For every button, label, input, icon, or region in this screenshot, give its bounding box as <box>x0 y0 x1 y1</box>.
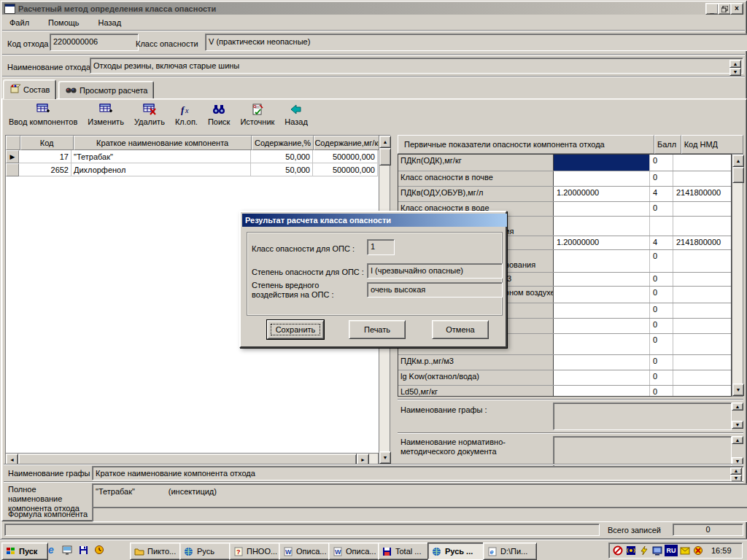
network-pc-icon[interactable] <box>651 545 663 556</box>
taskbar-button-total[interactable]: Total ... <box>378 542 432 560</box>
impact-ops-field[interactable]: очень высокая <box>367 282 503 298</box>
scroll-thumb[interactable] <box>379 148 391 166</box>
indicator-value-cell[interactable] <box>554 334 650 354</box>
delete-button[interactable]: Удалить <box>129 102 170 133</box>
taskbar-button-label: Русь ... <box>445 547 473 556</box>
formula-field[interactable] <box>92 507 747 522</box>
indicator-value-cell[interactable] <box>554 155 650 171</box>
degree-ops-field[interactable]: I (чрезвычайно опасные) <box>367 263 503 279</box>
class-ops-field[interactable]: 1 <box>367 239 395 255</box>
component-row[interactable]: ▶ 17 "Тетрабак" 50,000 500000,000 <box>6 150 379 163</box>
menu-file[interactable]: Файл <box>8 17 31 28</box>
save-button[interactable]: Сохранить <box>267 320 324 339</box>
grafa-right-field[interactable] <box>553 402 732 430</box>
indicator-value-cell[interactable]: 1.20000000 <box>554 236 650 249</box>
percent-header[interactable]: Содержание,% <box>252 136 314 150</box>
indicator-value-cell[interactable] <box>554 171 650 186</box>
menu-help[interactable]: Помощь <box>47 17 81 28</box>
clock-time[interactable]: 16:59 <box>711 546 732 555</box>
taskbar-button-opisa1[interactable]: W Описа... <box>279 542 333 560</box>
alarm-error-icon[interactable] <box>692 545 704 556</box>
full-name-field[interactable]: "Тетрабак" (инсектицид) <box>92 483 747 510</box>
tab-prosmotr[interactable]: Просмотр расчета <box>58 81 154 100</box>
search-button[interactable]: Поиск <box>203 102 235 133</box>
taskbar-button-dpi[interactable]: e D:\Пи... <box>483 542 537 560</box>
language-indicator[interactable]: RU <box>665 545 678 556</box>
formula-label: Формула компонента <box>8 509 88 519</box>
hazard-class-button[interactable]: fx Кл.оп. <box>170 102 203 133</box>
taskbar-button-pikto[interactable]: Пикто... <box>130 542 184 560</box>
envelope-icon[interactable] <box>679 545 691 556</box>
scroll-up-icon[interactable]: ▲ <box>732 155 744 167</box>
scroll-down-icon[interactable]: ▼ <box>732 384 744 396</box>
grafa-bottom-field[interactable]: Краткое наименование компонента отхода ▲… <box>92 466 744 481</box>
add-components-button[interactable]: Ввод компонентов <box>4 102 82 133</box>
indicator-value-cell[interactable] <box>554 273 650 286</box>
component-row[interactable]: 2652 Дихлорфенол 50,000 500000,000 <box>6 163 379 176</box>
waste-name-label: Наименование отхода <box>7 62 90 72</box>
menu-back[interactable]: Назад <box>97 17 123 28</box>
indicator-value-cell[interactable] <box>554 370 650 385</box>
speaker-icon[interactable] <box>625 545 637 556</box>
back-arrow-icon <box>290 104 303 117</box>
taskbar-button-pnoo[interactable]: ? ПНОО... <box>229 542 283 560</box>
indicator-score: 0 <box>650 250 673 272</box>
print-button[interactable]: Печать <box>349 320 406 339</box>
edit-button[interactable]: Изменить <box>82 102 129 133</box>
indicator-value-cell[interactable] <box>554 287 650 303</box>
indicator-value-cell[interactable] <box>554 250 650 272</box>
indicator-value-cell[interactable] <box>554 217 650 236</box>
close-icon[interactable]: × <box>730 3 743 15</box>
taskbar-button-rus-active[interactable]: Русь ... <box>427 542 487 560</box>
tab-sostav[interactable]: Состав <box>3 79 56 99</box>
clock-icon[interactable] <box>93 544 105 556</box>
components-tab-icon <box>9 84 20 96</box>
floppy-save-icon[interactable] <box>77 544 89 556</box>
waste-code-field[interactable]: 2200000006 <box>50 34 139 51</box>
ie-doc-icon: e <box>487 546 498 556</box>
indicator-value-cell[interactable]: 1.20000000 <box>554 187 650 201</box>
indicator-value-cell[interactable] <box>554 202 650 216</box>
source-button[interactable]: G Источник <box>235 102 279 133</box>
indicator-value-cell[interactable] <box>554 386 650 397</box>
waste-name-field[interactable]: Отходы резины, включая старые шины ▲ ▼ <box>90 58 743 74</box>
ie-icon[interactable]: e <box>45 544 57 556</box>
hazard-class-field[interactable]: V (практически неопасные) <box>205 34 747 51</box>
minimize-button[interactable]: _ <box>705 3 719 15</box>
dialog-titlebar[interactable]: Результат расчета класса опасности <box>242 214 507 227</box>
nmd-doc-field[interactable] <box>553 436 732 467</box>
start-button[interactable]: Пуск <box>1 542 48 560</box>
scroll-up-icon[interactable]: ▲ <box>379 136 391 148</box>
mgkg-header[interactable]: Содержание,мг/кг <box>314 136 379 150</box>
components-hscrollbar[interactable]: ◄ ► <box>5 453 379 464</box>
indicator-row: ПДКм.р.,мг/м3 0 <box>398 355 731 370</box>
taskbar-button-label: ПНОО... <box>247 547 277 556</box>
name-header[interactable]: Краткое наименование компонента <box>74 136 252 150</box>
scroll-thumb[interactable] <box>732 167 744 183</box>
window-titlebar[interactable]: Расчетный метод определения класса опасн… <box>2 2 745 15</box>
desktop-icon[interactable] <box>61 544 73 556</box>
indicator-value-cell[interactable] <box>554 319 650 333</box>
scroll-down-icon[interactable]: ▼ <box>379 451 391 464</box>
cancel-button[interactable]: Отмена <box>432 320 489 339</box>
toolbar: Ввод компонентов Изменить Удалить fx Кл.… <box>4 102 313 133</box>
spin-down-icon[interactable]: ▼ <box>729 68 741 76</box>
indicator-value-cell[interactable] <box>554 355 650 370</box>
no-entry-icon[interactable] <box>612 545 624 556</box>
code-header[interactable]: Код <box>20 136 74 150</box>
back-button[interactable]: Назад <box>279 102 313 133</box>
spin-down-icon[interactable]: ▼ <box>732 421 743 429</box>
lightning-icon[interactable] <box>638 545 650 556</box>
spin-up-icon[interactable]: ▲ <box>730 467 742 475</box>
indicator-score: 0 <box>650 202 673 216</box>
restore-button[interactable] <box>718 3 731 15</box>
taskbar-button-opisa2[interactable]: W Описа... <box>328 542 382 560</box>
indicators-vscrollbar[interactable]: ▲ ▼ <box>732 154 743 397</box>
indicator-value-cell[interactable] <box>554 303 650 318</box>
spin-up-icon[interactable]: ▲ <box>732 436 743 444</box>
taskbar-button-rus[interactable]: Русь <box>179 542 233 560</box>
spin-up-icon[interactable]: ▲ <box>732 402 743 411</box>
indicator-nmd <box>673 155 731 171</box>
tab-sostav-label: Состав <box>23 85 50 94</box>
spin-up-icon[interactable]: ▲ <box>729 60 741 68</box>
